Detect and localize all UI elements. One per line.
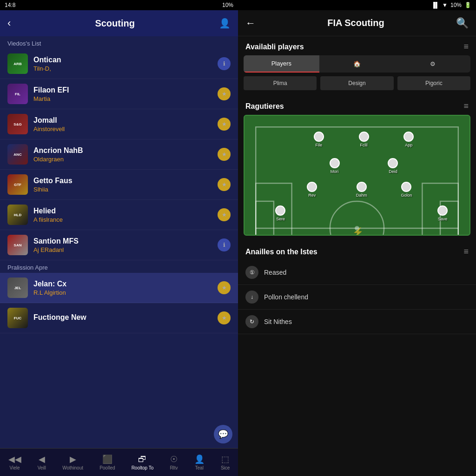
player-item[interactable]: ANC Ancrion NahB Oldargraen ★ — [0, 139, 238, 170]
tab-⚙[interactable]: ⚙ — [395, 55, 470, 73]
pitch-player-mori[interactable]: Mori — [330, 158, 340, 174]
nav-item-veill[interactable]: ◀ Veill — [35, 452, 49, 472]
pitch-player-fclil[interactable]: Fclil — [359, 132, 369, 147]
anailles-menu-dots[interactable]: ≡ — [463, 247, 469, 257]
player-action-icon[interactable]: ★ — [218, 148, 231, 161]
anailles-icon: ↻ — [245, 315, 258, 328]
player-action-icon[interactable]: ★ — [218, 118, 231, 131]
player-club: Oldargraen — [33, 156, 218, 163]
player-name: Ancrion NahB — [33, 146, 218, 155]
back-icon[interactable]: ‹ — [7, 17, 11, 29]
player-name: Jomall — [33, 116, 218, 125]
player-dot-label: Mori — [331, 169, 339, 174]
pitch-player-save[interactable]: Save — [437, 205, 448, 221]
anailles-text: Pollon chellend — [264, 293, 308, 301]
available-players-title: Availabli players — [245, 43, 304, 51]
player-list: ARB Ontican Tiln-D, ℹ FIL Filaon EFI Mar… — [0, 49, 238, 448]
player-badge: FUC — [7, 308, 28, 328]
filter-design[interactable]: Design — [320, 76, 393, 90]
player-dot-label: Dahm — [356, 193, 367, 198]
player-club: Aj ERadanl — [33, 246, 218, 253]
player-action-icon[interactable]: ℹ — [218, 57, 231, 70]
nav-label: Sice — [221, 465, 230, 470]
nav-item-teal[interactable]: 👤 Teal — [192, 452, 207, 472]
player-badge: HLD — [7, 205, 28, 225]
nav-icon: ▶ — [70, 454, 76, 464]
nav-item-rooltop-to[interactable]: 🗗 Rooltop To — [129, 453, 157, 472]
nav-item-viele[interactable]: ◀◀ Viele — [6, 452, 24, 472]
pitch-player-golon[interactable]: Golon — [401, 182, 412, 198]
chat-fab-button[interactable]: 💬 — [214, 425, 232, 443]
player-action-icon[interactable]: ★ — [218, 208, 231, 221]
player-info: Jomall Ainstorevell — [33, 116, 218, 132]
available-menu-dots[interactable]: ≡ — [463, 42, 469, 52]
tab-players[interactable]: Players — [244, 55, 319, 73]
player-info: Ancrion NahB Oldargraen — [33, 146, 218, 163]
player-item[interactable]: FIL Filaon EFI Martia ★ — [0, 79, 238, 109]
player-dot-label: Golon — [401, 193, 412, 198]
pitch-player-sere[interactable]: Sere — [275, 205, 285, 221]
right-back-icon[interactable]: ← — [245, 17, 256, 29]
battery-display: 10% — [222, 2, 233, 8]
player-badge: SAN — [7, 235, 28, 255]
right-title: FIA Scouting — [327, 18, 384, 28]
player-action-icon[interactable]: ★ — [218, 281, 231, 294]
premium-player-item[interactable]: JEL Jelan: Cx R.L Algirtion ★ — [0, 273, 238, 303]
nav-item-sice[interactable]: ⬚ Sice — [218, 452, 232, 472]
right-content: Availabli players ≡ Players🏠⚙ PlimaDesig… — [238, 36, 476, 476]
bottom-nav: ◀◀ Viele ◀ Veill ▶ Wothinout ⬛ Poolled 🗗… — [0, 448, 238, 476]
player-dot-circle — [314, 132, 324, 142]
ragutieres-menu-dots[interactable]: ≡ — [463, 101, 469, 111]
player-club: A fiislrance — [33, 216, 218, 223]
svg-rect-5 — [256, 201, 274, 236]
pitch-player-file[interactable]: File — [314, 132, 324, 147]
player-action-icon[interactable]: ★ — [218, 87, 231, 100]
player-name: Filaon EFI — [33, 86, 218, 94]
nav-label: Poolled — [99, 465, 115, 470]
anailles-item-reased[interactable]: ① Reased — [238, 260, 476, 285]
filter-plima[interactable]: Plima — [244, 76, 317, 90]
right-panel: ▐▌ ▼ 10% 🔋 ← FIA Scouting 🔍 Availabli pl… — [238, 0, 476, 476]
anailles-header: Anailles on the Istes ≡ — [238, 241, 476, 260]
anailles-title: Anailles on the Istes — [245, 248, 317, 256]
left-header: ‹ Scouting 👤 — [0, 10, 238, 36]
nav-icon: 👤 — [194, 454, 205, 464]
profile-icon[interactable]: 👤 — [219, 18, 231, 29]
anailles-text: Reased — [264, 269, 286, 276]
pitch-player-dahm[interactable]: Dahm — [356, 182, 367, 198]
player-info: Jelan: Cx R.L Algirtion — [33, 280, 218, 296]
anailles-icon: ↓ — [245, 291, 258, 304]
anailles-item-pollon-chellend[interactable]: ↓ Pollon chellend — [238, 285, 476, 310]
player-name: Jelan: Cx — [33, 280, 218, 288]
player-item[interactable]: HLD Helied A fiislrance ★ — [0, 200, 238, 230]
player-name: Santion MFS — [33, 237, 218, 245]
player-item[interactable]: GTF Getto Faus Slhiia ★ — [0, 170, 238, 200]
player-info: Filaon EFI Martia — [33, 86, 218, 102]
player-item[interactable]: SAN Santion MFS Aj ERadanl ℹ — [0, 230, 238, 260]
player-item[interactable]: ARB Ontican Tiln-D, ℹ — [0, 49, 238, 79]
signal-icon: ▐▌ — [431, 2, 439, 8]
nav-item-wothinout[interactable]: ▶ Wothinout — [60, 452, 86, 472]
anailles-item-sit-nithes[interactable]: ↻ Sit Nithes — [238, 310, 476, 334]
player-badge: FIL — [7, 84, 28, 104]
nav-item-rltv[interactable]: ☉ Rltv — [167, 452, 180, 472]
nav-item-poolled[interactable]: ⬛ Poolled — [97, 452, 118, 472]
nav-icon: ◀◀ — [8, 454, 21, 464]
player-dot-circle — [401, 182, 411, 192]
nav-label: Rooltop To — [132, 465, 154, 470]
player-action-icon[interactable]: ℹ — [218, 238, 231, 251]
player-info: Santion MFS Aj ERadanl — [33, 237, 218, 253]
player-action-icon[interactable]: ★ — [218, 311, 231, 324]
pralission-label: Pralission Apre — [0, 260, 238, 273]
search-icon[interactable]: 🔍 — [456, 17, 469, 29]
player-action-icon[interactable]: ★ — [218, 178, 231, 191]
pitch-player-rev[interactable]: Rev — [307, 182, 317, 198]
status-bar-left: 14:8 10% — [0, 0, 238, 10]
premium-player-item[interactable]: FUC Fuctionge New ★ — [0, 303, 238, 333]
filter-pigoric[interactable]: Pigoric — [397, 76, 470, 90]
pitch-player-deid[interactable]: Deid — [388, 158, 398, 174]
tab-🏠[interactable]: 🏠 — [319, 55, 395, 73]
player-item[interactable]: S&G Jomall Ainstorevell ★ — [0, 109, 238, 139]
pitch-player-app[interactable]: App — [403, 132, 414, 147]
nav-icon: ◀ — [39, 454, 45, 464]
